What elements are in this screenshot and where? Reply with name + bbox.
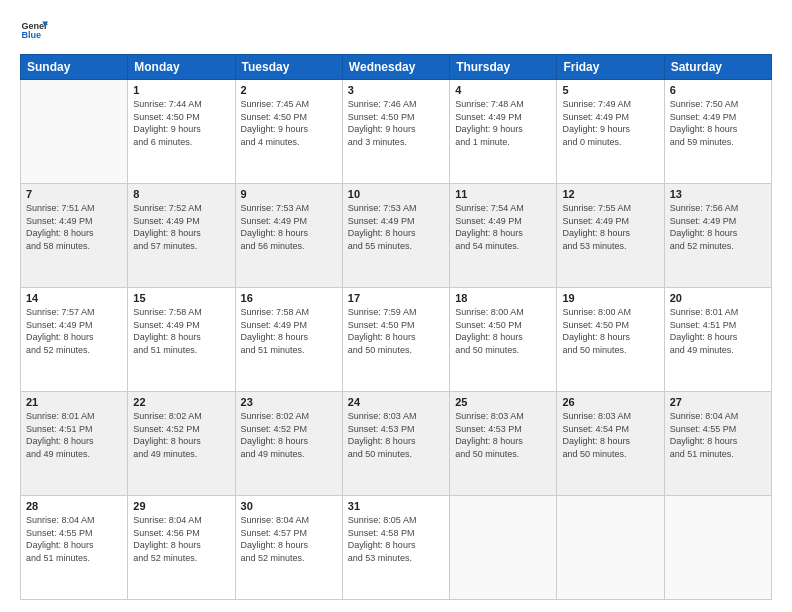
day-number: 24 [348, 396, 444, 408]
day-number: 25 [455, 396, 551, 408]
calendar-cell: 21Sunrise: 8:01 AM Sunset: 4:51 PM Dayli… [21, 392, 128, 496]
day-info: Sunrise: 7:56 AM Sunset: 4:49 PM Dayligh… [670, 202, 766, 252]
calendar-cell: 6Sunrise: 7:50 AM Sunset: 4:49 PM Daylig… [664, 80, 771, 184]
calendar-cell: 9Sunrise: 7:53 AM Sunset: 4:49 PM Daylig… [235, 184, 342, 288]
calendar-cell: 26Sunrise: 8:03 AM Sunset: 4:54 PM Dayli… [557, 392, 664, 496]
calendar-cell: 4Sunrise: 7:48 AM Sunset: 4:49 PM Daylig… [450, 80, 557, 184]
day-info: Sunrise: 8:03 AM Sunset: 4:53 PM Dayligh… [455, 410, 551, 460]
day-info: Sunrise: 7:54 AM Sunset: 4:49 PM Dayligh… [455, 202, 551, 252]
calendar-cell: 24Sunrise: 8:03 AM Sunset: 4:53 PM Dayli… [342, 392, 449, 496]
day-info: Sunrise: 7:53 AM Sunset: 4:49 PM Dayligh… [241, 202, 337, 252]
day-number: 26 [562, 396, 658, 408]
day-info: Sunrise: 8:02 AM Sunset: 4:52 PM Dayligh… [133, 410, 229, 460]
day-number: 4 [455, 84, 551, 96]
day-info: Sunrise: 7:48 AM Sunset: 4:49 PM Dayligh… [455, 98, 551, 148]
day-info: Sunrise: 8:01 AM Sunset: 4:51 PM Dayligh… [26, 410, 122, 460]
calendar-cell: 15Sunrise: 7:58 AM Sunset: 4:49 PM Dayli… [128, 288, 235, 392]
calendar-cell: 14Sunrise: 7:57 AM Sunset: 4:49 PM Dayli… [21, 288, 128, 392]
day-number: 21 [26, 396, 122, 408]
day-info: Sunrise: 7:57 AM Sunset: 4:49 PM Dayligh… [26, 306, 122, 356]
day-number: 2 [241, 84, 337, 96]
day-info: Sunrise: 8:04 AM Sunset: 4:56 PM Dayligh… [133, 514, 229, 564]
calendar-cell: 28Sunrise: 8:04 AM Sunset: 4:55 PM Dayli… [21, 496, 128, 600]
day-number: 30 [241, 500, 337, 512]
day-number: 31 [348, 500, 444, 512]
calendar-week-row: 1Sunrise: 7:44 AM Sunset: 4:50 PM Daylig… [21, 80, 772, 184]
day-info: Sunrise: 7:53 AM Sunset: 4:49 PM Dayligh… [348, 202, 444, 252]
day-number: 27 [670, 396, 766, 408]
weekday-header-sunday: Sunday [21, 55, 128, 80]
weekday-header-saturday: Saturday [664, 55, 771, 80]
day-info: Sunrise: 7:52 AM Sunset: 4:49 PM Dayligh… [133, 202, 229, 252]
day-number: 12 [562, 188, 658, 200]
calendar-cell: 13Sunrise: 7:56 AM Sunset: 4:49 PM Dayli… [664, 184, 771, 288]
calendar-week-row: 28Sunrise: 8:04 AM Sunset: 4:55 PM Dayli… [21, 496, 772, 600]
calendar-cell: 10Sunrise: 7:53 AM Sunset: 4:49 PM Dayli… [342, 184, 449, 288]
calendar-cell [664, 496, 771, 600]
day-info: Sunrise: 8:00 AM Sunset: 4:50 PM Dayligh… [562, 306, 658, 356]
calendar-cell: 3Sunrise: 7:46 AM Sunset: 4:50 PM Daylig… [342, 80, 449, 184]
day-info: Sunrise: 8:02 AM Sunset: 4:52 PM Dayligh… [241, 410, 337, 460]
svg-text:Blue: Blue [21, 30, 41, 40]
day-number: 20 [670, 292, 766, 304]
day-number: 6 [670, 84, 766, 96]
day-number: 19 [562, 292, 658, 304]
calendar-cell: 17Sunrise: 7:59 AM Sunset: 4:50 PM Dayli… [342, 288, 449, 392]
calendar-cell: 12Sunrise: 7:55 AM Sunset: 4:49 PM Dayli… [557, 184, 664, 288]
calendar-cell: 20Sunrise: 8:01 AM Sunset: 4:51 PM Dayli… [664, 288, 771, 392]
day-info: Sunrise: 8:05 AM Sunset: 4:58 PM Dayligh… [348, 514, 444, 564]
calendar-cell: 23Sunrise: 8:02 AM Sunset: 4:52 PM Dayli… [235, 392, 342, 496]
day-info: Sunrise: 7:45 AM Sunset: 4:50 PM Dayligh… [241, 98, 337, 148]
day-number: 13 [670, 188, 766, 200]
day-number: 5 [562, 84, 658, 96]
day-info: Sunrise: 8:04 AM Sunset: 4:57 PM Dayligh… [241, 514, 337, 564]
header: General Blue [20, 16, 772, 44]
day-number: 11 [455, 188, 551, 200]
day-info: Sunrise: 8:03 AM Sunset: 4:54 PM Dayligh… [562, 410, 658, 460]
calendar-cell: 19Sunrise: 8:00 AM Sunset: 4:50 PM Dayli… [557, 288, 664, 392]
day-number: 9 [241, 188, 337, 200]
weekday-header-row: SundayMondayTuesdayWednesdayThursdayFrid… [21, 55, 772, 80]
calendar-cell: 11Sunrise: 7:54 AM Sunset: 4:49 PM Dayli… [450, 184, 557, 288]
calendar-cell: 16Sunrise: 7:58 AM Sunset: 4:49 PM Dayli… [235, 288, 342, 392]
day-number: 14 [26, 292, 122, 304]
day-info: Sunrise: 7:49 AM Sunset: 4:49 PM Dayligh… [562, 98, 658, 148]
day-number: 18 [455, 292, 551, 304]
calendar-cell [557, 496, 664, 600]
calendar-cell: 8Sunrise: 7:52 AM Sunset: 4:49 PM Daylig… [128, 184, 235, 288]
page: General Blue SundayMondayTuesdayWednesda… [0, 0, 792, 612]
day-info: Sunrise: 8:04 AM Sunset: 4:55 PM Dayligh… [670, 410, 766, 460]
calendar-cell: 18Sunrise: 8:00 AM Sunset: 4:50 PM Dayli… [450, 288, 557, 392]
day-number: 29 [133, 500, 229, 512]
day-info: Sunrise: 7:44 AM Sunset: 4:50 PM Dayligh… [133, 98, 229, 148]
weekday-header-monday: Monday [128, 55, 235, 80]
calendar-cell: 31Sunrise: 8:05 AM Sunset: 4:58 PM Dayli… [342, 496, 449, 600]
calendar-cell: 1Sunrise: 7:44 AM Sunset: 4:50 PM Daylig… [128, 80, 235, 184]
day-info: Sunrise: 8:00 AM Sunset: 4:50 PM Dayligh… [455, 306, 551, 356]
weekday-header-tuesday: Tuesday [235, 55, 342, 80]
calendar-cell: 7Sunrise: 7:51 AM Sunset: 4:49 PM Daylig… [21, 184, 128, 288]
calendar-cell: 27Sunrise: 8:04 AM Sunset: 4:55 PM Dayli… [664, 392, 771, 496]
day-info: Sunrise: 8:03 AM Sunset: 4:53 PM Dayligh… [348, 410, 444, 460]
day-info: Sunrise: 7:51 AM Sunset: 4:49 PM Dayligh… [26, 202, 122, 252]
day-number: 1 [133, 84, 229, 96]
day-number: 28 [26, 500, 122, 512]
day-info: Sunrise: 7:46 AM Sunset: 4:50 PM Dayligh… [348, 98, 444, 148]
day-info: Sunrise: 7:58 AM Sunset: 4:49 PM Dayligh… [133, 306, 229, 356]
day-info: Sunrise: 8:04 AM Sunset: 4:55 PM Dayligh… [26, 514, 122, 564]
calendar-cell: 29Sunrise: 8:04 AM Sunset: 4:56 PM Dayli… [128, 496, 235, 600]
day-number: 10 [348, 188, 444, 200]
day-number: 17 [348, 292, 444, 304]
day-number: 15 [133, 292, 229, 304]
day-number: 22 [133, 396, 229, 408]
logo-icon: General Blue [20, 16, 48, 44]
calendar-cell: 2Sunrise: 7:45 AM Sunset: 4:50 PM Daylig… [235, 80, 342, 184]
calendar-week-row: 21Sunrise: 8:01 AM Sunset: 4:51 PM Dayli… [21, 392, 772, 496]
day-number: 8 [133, 188, 229, 200]
day-info: Sunrise: 8:01 AM Sunset: 4:51 PM Dayligh… [670, 306, 766, 356]
day-number: 23 [241, 396, 337, 408]
weekday-header-wednesday: Wednesday [342, 55, 449, 80]
day-info: Sunrise: 7:59 AM Sunset: 4:50 PM Dayligh… [348, 306, 444, 356]
logo: General Blue [20, 16, 48, 44]
calendar-cell: 22Sunrise: 8:02 AM Sunset: 4:52 PM Dayli… [128, 392, 235, 496]
